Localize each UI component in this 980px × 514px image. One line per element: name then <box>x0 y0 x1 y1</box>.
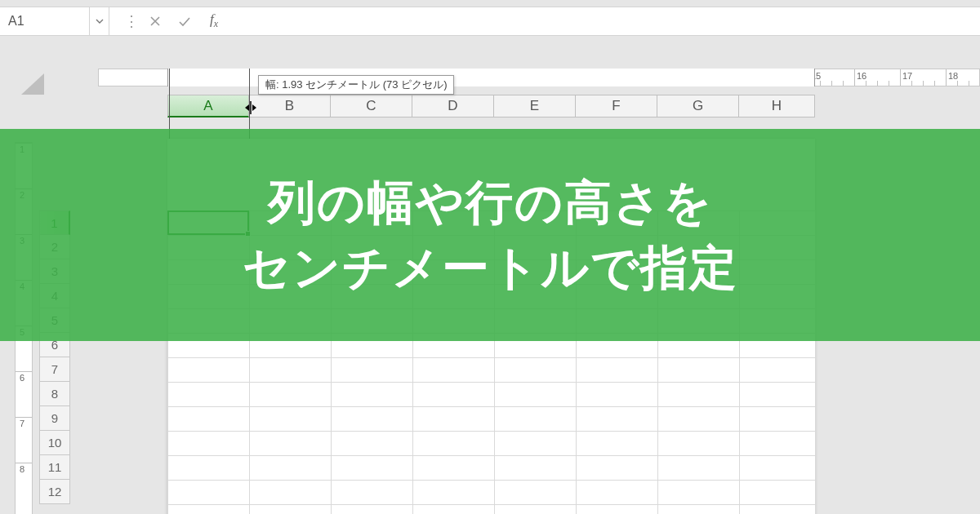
grid-line <box>167 455 815 456</box>
ruler-minor-tick <box>546 81 546 86</box>
ruler-number: 2 <box>216 71 221 81</box>
ruler-minor-tick <box>843 81 844 86</box>
ruler-minor-tick <box>500 81 501 86</box>
ruler-number: 7 <box>20 419 24 428</box>
ruler-minor-tick <box>877 81 878 86</box>
ruler-minor-tick <box>934 81 935 86</box>
formula-input[interactable] <box>229 7 980 35</box>
ruler-tick <box>946 69 947 86</box>
grid-line <box>167 480 815 481</box>
grid-line <box>167 504 815 505</box>
ruler-tick <box>534 69 535 86</box>
banner-line-2: センチメートルで指定 <box>243 238 738 298</box>
ruler-number: 18 <box>948 71 958 81</box>
ruler-number: 17 <box>902 71 912 81</box>
ruler-number: 11 <box>628 71 638 81</box>
ruler-minor-tick <box>568 81 569 86</box>
ruler-minor-tick <box>591 81 592 86</box>
column-header-g[interactable]: G <box>657 95 739 117</box>
close-icon <box>149 15 162 28</box>
formula-bar: A1 ⋮ fx <box>0 7 980 36</box>
horizontal-ruler[interactable]: 12345678910111213141516171819 <box>98 69 980 86</box>
ruler-number: 15 <box>811 71 821 81</box>
cancel-formula-button[interactable] <box>140 7 170 35</box>
banner-line-1: 列の幅や行の高さを <box>268 173 713 233</box>
row-header-9[interactable]: 9 <box>39 406 70 431</box>
accept-formula-button[interactable] <box>170 7 199 35</box>
ruler-minor-tick <box>557 81 558 86</box>
row-header-12[interactable]: 12 <box>39 480 70 504</box>
ruler-number: 1 <box>171 71 176 81</box>
tooltip-text: 幅: 1.93 センチメートル (73 ピクセル) <box>265 78 447 91</box>
ruler-minor-tick <box>923 81 924 86</box>
grid-line <box>167 382 815 383</box>
column-header-b[interactable]: B <box>249 95 331 117</box>
insert-function-button[interactable]: fx <box>199 7 229 35</box>
ruler-minor-tick <box>477 81 478 86</box>
grid-line <box>167 406 815 407</box>
column-headers: ABCDEFGH <box>167 95 815 117</box>
ruler-minor-tick <box>203 81 203 86</box>
ruler-minor-tick <box>511 81 512 86</box>
name-box-dropdown[interactable] <box>90 7 109 35</box>
grid-line <box>167 357 815 358</box>
ruler-minor-tick <box>694 81 695 86</box>
ruler-minor-tick <box>180 81 180 86</box>
ruler-minor-tick <box>969 81 969 86</box>
ruler-minor-tick <box>660 81 661 86</box>
ruler-minor-tick <box>683 81 684 86</box>
ruler-minor-tick <box>614 81 615 86</box>
ruler-number: 12 <box>674 71 684 81</box>
ruler-minor-tick <box>957 81 958 86</box>
ruler-minor-tick <box>237 81 238 86</box>
column-width-tooltip: 幅: 1.93 センチメートル (73 ピクセル) <box>258 75 454 95</box>
ruler-minor-tick <box>523 81 523 86</box>
column-header-e[interactable]: E <box>494 95 576 117</box>
select-all-triangle[interactable] <box>15 73 44 95</box>
column-header-f[interactable]: F <box>576 95 657 117</box>
ruler-minor-tick <box>831 81 832 86</box>
ruler-minor-tick <box>797 81 798 86</box>
ruler-minor-tick <box>786 81 786 86</box>
ruler-tick <box>808 69 809 86</box>
ruler-minor-tick <box>603 81 604 86</box>
ruler-number: 13 <box>719 71 729 81</box>
ruler-minor-tick <box>728 81 729 86</box>
ruler-tick <box>900 69 901 86</box>
chevron-down-icon <box>96 17 104 25</box>
name-box[interactable]: A1 <box>0 7 90 35</box>
grid-line <box>167 431 815 432</box>
ruler-tick <box>16 371 32 372</box>
ruler-number: 16 <box>857 71 866 81</box>
formula-bar-more-icon: ⋮ <box>122 7 140 35</box>
ruler-minor-tick <box>751 81 752 86</box>
overlay-banner: 列の幅や行の高さを センチメートルで指定 <box>0 129 980 341</box>
ruler-minor-tick <box>911 81 912 86</box>
column-header-c[interactable]: C <box>331 95 412 117</box>
ruler-minor-tick <box>740 81 741 86</box>
ruler-number: 14 <box>765 71 775 81</box>
ruler-minor-tick <box>866 81 866 86</box>
row-header-11[interactable]: 11 <box>39 455 70 480</box>
ruler-minor-tick <box>225 81 226 86</box>
ruler-tick <box>16 417 32 418</box>
ruler-tick <box>488 69 489 86</box>
ruler-tick <box>626 69 626 86</box>
cell-reference: A1 <box>8 14 24 29</box>
row-header-7[interactable]: 7 <box>39 357 70 382</box>
column-header-h[interactable]: H <box>739 95 815 117</box>
ruler-minor-tick <box>191 81 192 86</box>
check-icon <box>178 15 191 28</box>
ruler-tick <box>671 69 672 86</box>
ruler-minor-tick <box>648 81 649 86</box>
svg-marker-0 <box>21 73 44 95</box>
ruler-number: 10 <box>582 71 592 81</box>
row-header-10[interactable]: 10 <box>39 431 70 455</box>
row-header-8[interactable]: 8 <box>39 382 70 406</box>
ruler-number: 9 <box>537 71 541 81</box>
column-header-a[interactable]: A <box>167 95 249 117</box>
fx-icon: fx <box>210 11 218 30</box>
column-header-d[interactable]: D <box>412 95 494 117</box>
ruler-minor-tick <box>466 81 466 86</box>
ruler-minor-tick <box>889 81 889 86</box>
